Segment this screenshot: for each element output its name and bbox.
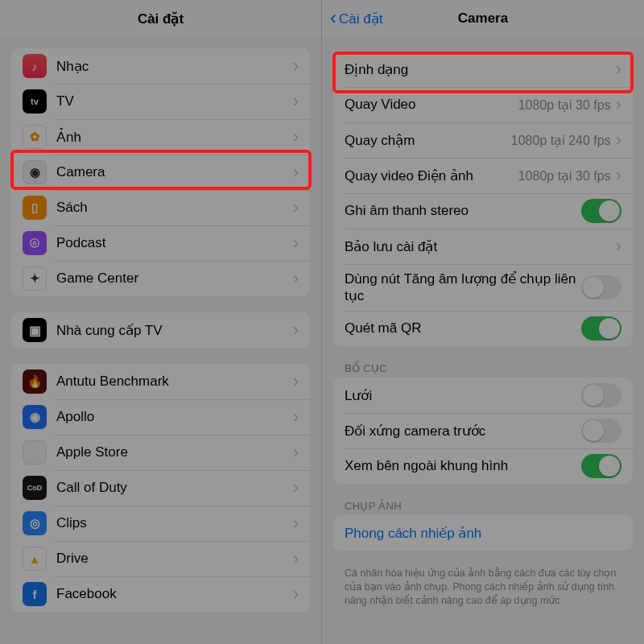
settings-row-music[interactable]: ♪ Nhạc › [11, 48, 310, 84]
chevron-right-icon: › [293, 444, 299, 461]
chevron-right-icon: › [616, 131, 621, 149]
camera-group-composition: Lưới Đối xứng camera trước Xem bên ngoài… [333, 378, 633, 484]
settings-row-gamecenter[interactable]: ✦ Game Center › [11, 261, 310, 296]
back-button[interactable]: ‹ Cài đặt [330, 0, 382, 37]
tv-icon: tv [23, 89, 47, 114]
settings-group-thirdparty: 🔥 Antutu Benchmark › ◉ Apollo › Apple St… [11, 364, 310, 612]
settings-group-apple-apps: ♪ Nhạc › tv TV › ✿ Ảnh › ◉ Camera › ▯ Sá [11, 48, 310, 296]
settings-row-apollo[interactable]: ◉ Apollo › [11, 399, 310, 435]
camera-navbar: ‹ Cài đặt Camera [322, 0, 644, 37]
chevron-right-icon: › [293, 373, 299, 390]
chevron-left-icon: ‹ [330, 8, 336, 27]
toggle-qr[interactable] [581, 316, 621, 341]
toggle-stereo[interactable] [581, 199, 621, 223]
capture-header: CHỤP ẢNH [345, 500, 621, 512]
settings-row-apple-store[interactable]: Apple Store › [11, 435, 310, 470]
apple-store-icon [23, 440, 47, 464]
row-photo-styles[interactable]: Phong cách nhiếp ảnh [333, 515, 633, 551]
row-outside-frame: Xem bên ngoài khung hình [333, 448, 633, 484]
tv-provider-icon: ▣ [23, 318, 47, 342]
chevron-right-icon: › [293, 479, 299, 497]
settings-row-tv[interactable]: tv TV › [11, 84, 310, 119]
antutu-icon: 🔥 [23, 369, 47, 394]
chevron-right-icon: › [616, 167, 621, 184]
chevron-right-icon: › [616, 60, 621, 78]
settings-group-tv-provider: ▣ Nhà cung cấp TV › [11, 312, 310, 348]
row-record-video[interactable]: Quay Video 1080p tại 30 fps › [333, 87, 633, 122]
settings-title: Cài đặt [138, 10, 184, 27]
settings-row-antutu[interactable]: 🔥 Antutu Benchmark › [11, 364, 310, 399]
settings-row-podcast[interactable]: ⦾ Podcast › [11, 225, 310, 261]
settings-row-cod[interactable]: CoD Call of Duty › [11, 470, 310, 506]
books-icon: ▯ [23, 196, 47, 220]
settings-navbar: Cài đặt [0, 0, 321, 37]
toggle-outside-frame[interactable] [581, 454, 621, 478]
row-cinematic[interactable]: Quay video Điện ảnh 1080p tại 30 fps › [333, 158, 633, 193]
camera-group-capture: Phong cách nhiếp ảnh [333, 515, 633, 551]
row-mirror: Đối xứng camera trước [333, 413, 633, 448]
row-qr: Quét mã QR [333, 311, 633, 346]
facebook-icon: f [23, 582, 47, 606]
chevron-right-icon: › [293, 234, 299, 252]
chevron-right-icon: › [293, 57, 299, 75]
row-grid: Lưới [333, 378, 633, 413]
camera-icon: ◉ [23, 160, 47, 184]
chevron-right-icon: › [293, 408, 299, 426]
chevron-right-icon: › [293, 93, 299, 110]
row-formats[interactable]: Định dạng › [333, 52, 633, 87]
chevron-right-icon: › [616, 96, 621, 114]
settings-row-tv-provider[interactable]: ▣ Nhà cung cấp TV › [11, 312, 310, 348]
row-slo-mo[interactable]: Quay chậm 1080p tại 240 fps › [333, 122, 633, 158]
chevron-right-icon: › [293, 163, 299, 181]
music-icon: ♪ [23, 54, 47, 78]
toggle-burst[interactable] [581, 275, 621, 299]
clips-icon: ◎ [23, 511, 47, 535]
toggle-grid[interactable] [581, 383, 621, 407]
row-stereo: Ghi âm thanh stereo [333, 193, 633, 229]
row-preserve[interactable]: Bảo lưu cài đặt › [333, 229, 633, 264]
settings-row-clips[interactable]: ◎ Clips › [11, 506, 310, 541]
podcast-icon: ⦾ [23, 231, 47, 255]
photos-icon: ✿ [23, 125, 47, 149]
styles-footnote: Cá nhân hóa hiệu ứng của ảnh bằng cách đ… [345, 567, 621, 608]
chevron-right-icon: › [293, 270, 299, 287]
settings-row-facebook[interactable]: f Facebook › [11, 576, 310, 612]
chevron-right-icon: › [293, 514, 299, 532]
chevron-right-icon: › [293, 585, 299, 603]
camera-title: Camera [458, 10, 508, 27]
settings-row-drive[interactable]: ▲ Drive › [11, 541, 310, 576]
drive-icon: ▲ [23, 547, 47, 571]
cod-icon: CoD [23, 476, 47, 500]
gamecenter-icon: ✦ [23, 266, 47, 291]
chevron-right-icon: › [616, 237, 621, 255]
settings-row-camera[interactable]: ◉ Camera › [11, 155, 310, 190]
chevron-right-icon: › [293, 128, 299, 146]
settings-row-photos[interactable]: ✿ Ảnh › [11, 119, 310, 155]
toggle-mirror[interactable] [581, 419, 621, 443]
chevron-right-icon: › [293, 550, 299, 568]
composition-header: BỐ CỤC [345, 362, 621, 374]
apollo-icon: ◉ [23, 405, 47, 429]
settings-row-books[interactable]: ▯ Sách › [11, 190, 310, 225]
row-burst: Dùng nút Tăng âm lượng để chụp liên tục [333, 264, 633, 311]
chevron-right-icon: › [293, 321, 299, 339]
chevron-right-icon: › [293, 199, 299, 217]
camera-group-formats: Định dạng › Quay Video 1080p tại 30 fps … [333, 52, 633, 346]
